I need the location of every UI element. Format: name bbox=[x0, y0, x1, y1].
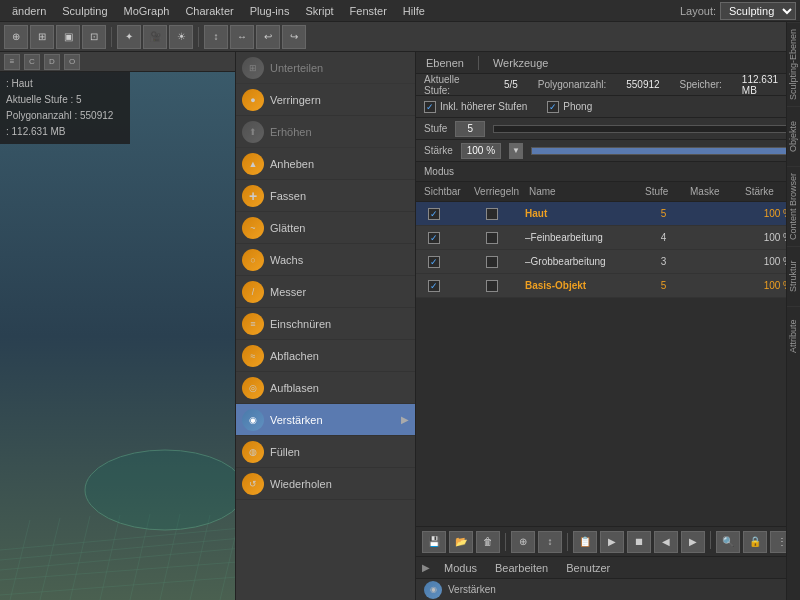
menu-plugins[interactable]: Plug-ins bbox=[242, 3, 298, 19]
info-stufe: Aktuelle Stufe : 5 bbox=[6, 92, 124, 108]
layer-lock-haut[interactable] bbox=[486, 208, 498, 220]
viewport: ≡ C D O bbox=[0, 52, 236, 600]
bt-add[interactable]: ⊕ bbox=[511, 531, 535, 553]
cb-inkl-higher[interactable]: ✓ bbox=[424, 101, 436, 113]
tool-erhoehen[interactable]: ⬆ Erhöhen bbox=[236, 116, 415, 148]
layer-name-fein: –Feinbearbeitung bbox=[525, 232, 641, 243]
toolbar-btn-2[interactable]: ⊞ bbox=[30, 25, 54, 49]
tab-modus[interactable]: Modus bbox=[440, 560, 481, 576]
tool-unterteilen[interactable]: ⊞ Unterteilen bbox=[236, 52, 415, 84]
toolbar-btn-5[interactable]: ✦ bbox=[117, 25, 141, 49]
toolbar-btn-3[interactable]: ▣ bbox=[56, 25, 80, 49]
layer-stufe-fein: 4 bbox=[641, 232, 686, 243]
layer-lock-basis[interactable] bbox=[486, 280, 498, 292]
tab-ebenen[interactable]: Ebenen bbox=[422, 55, 468, 71]
vp-btn-opt[interactable]: O bbox=[64, 54, 80, 70]
tool-verringern[interactable]: ● Verringern bbox=[236, 84, 415, 116]
bt-play[interactable]: ▶ bbox=[600, 531, 624, 553]
stufe-bar[interactable] bbox=[493, 125, 792, 133]
vp-btn-disp[interactable]: D bbox=[44, 54, 60, 70]
staerke-value[interactable]: 100 % bbox=[461, 143, 501, 159]
layer-lock-grob[interactable] bbox=[486, 256, 498, 268]
bottom-tabs: ▶ Modus Bearbeiten Benutzer bbox=[416, 556, 800, 578]
tool-fassen[interactable]: + Fassen bbox=[236, 180, 415, 212]
bt-move[interactable]: ↕ bbox=[538, 531, 562, 553]
staerke-label: Stärke bbox=[424, 145, 453, 156]
tool-label-aufblasen: Aufblasen bbox=[270, 382, 319, 394]
tab-werkzeuge[interactable]: Werkzeuge bbox=[489, 55, 552, 71]
toolbar-btn-rotate[interactable]: ↔ bbox=[230, 25, 254, 49]
toolbar-btn-1[interactable]: ⊕ bbox=[4, 25, 28, 49]
toolbar: ⊕ ⊞ ▣ ⊡ ✦ 🎥 ☀ ↕ ↔ ↩ ↪ bbox=[0, 22, 800, 52]
tool-wachs[interactable]: ○ Wachs bbox=[236, 244, 415, 276]
layer-row-feinbearbeitung[interactable]: ✓ –Feinbearbeitung 4 100 % bbox=[416, 226, 800, 250]
bt-stop[interactable]: ⏹ bbox=[627, 531, 651, 553]
tool-fuellen[interactable]: ◍ Füllen bbox=[236, 436, 415, 468]
cb-phong[interactable]: ✓ bbox=[547, 101, 559, 113]
layer-stufe-haut: 5 bbox=[641, 208, 686, 219]
layer-row-grobbearbeitung[interactable]: ✓ –Grobbearbeitung 3 100 % bbox=[416, 250, 800, 274]
tool-glaetten[interactable]: ~ Glätten bbox=[236, 212, 415, 244]
tool-einschnueren[interactable]: ≡ Einschnüren bbox=[236, 308, 415, 340]
menu-sculpting[interactable]: Sculpting bbox=[54, 3, 115, 19]
bt-search[interactable]: 🔍 bbox=[716, 531, 740, 553]
bt-lock[interactable]: 🔒 bbox=[743, 531, 767, 553]
vtab-struktur[interactable]: Struktur bbox=[787, 246, 800, 306]
tool-verstaerken[interactable]: ◉ Verstärken ▶ bbox=[236, 404, 415, 436]
bt-delete[interactable]: 🗑 bbox=[476, 531, 500, 553]
unterteilen-icon: ⊞ bbox=[242, 57, 264, 79]
menu-skript[interactable]: Skript bbox=[297, 3, 341, 19]
tool-label-abflachen: Abflachen bbox=[270, 350, 319, 362]
bt-copy[interactable]: 📋 bbox=[573, 531, 597, 553]
layer-vis-fein[interactable]: ✓ bbox=[428, 232, 440, 244]
layer-vis-haut[interactable]: ✓ bbox=[428, 208, 440, 220]
menu-fenster[interactable]: Fenster bbox=[342, 3, 395, 19]
staerke-dropdown[interactable]: ▼ bbox=[509, 143, 523, 159]
cursor-indicator: ▶ bbox=[401, 414, 409, 425]
menu-mograph[interactable]: MoGraph bbox=[116, 3, 178, 19]
vp-btn-cam[interactable]: C bbox=[24, 54, 40, 70]
tab-benutzer[interactable]: Benutzer bbox=[562, 560, 614, 576]
bt-save[interactable]: 💾 bbox=[422, 531, 446, 553]
menu-hilfe[interactable]: Hilfe bbox=[395, 3, 433, 19]
wiederholen-icon: ↺ bbox=[242, 473, 264, 495]
toolbar-btn-7[interactable]: ☀ bbox=[169, 25, 193, 49]
vp-btn-menu[interactable]: ≡ bbox=[4, 54, 20, 70]
layer-vis-basis[interactable]: ✓ bbox=[428, 280, 440, 292]
vtab-content-browser[interactable]: Content Browser bbox=[787, 166, 800, 246]
staerke-bar[interactable] bbox=[531, 147, 792, 155]
tool-anheben[interactable]: ▲ Anheben bbox=[236, 148, 415, 180]
layer-row-haut[interactable]: ✓ Haut 5 100 % bbox=[416, 202, 800, 226]
tool-wiederholen[interactable]: ↺ Wiederholen bbox=[236, 468, 415, 500]
option-phong[interactable]: ✓ Phong bbox=[547, 101, 592, 113]
menu-charakter[interactable]: Charakter bbox=[177, 3, 241, 19]
toolbar-btn-4[interactable]: ⊡ bbox=[82, 25, 106, 49]
layer-vis-grob[interactable]: ✓ bbox=[428, 256, 440, 268]
layer-lock-fein[interactable] bbox=[486, 232, 498, 244]
tab-bearbeiten[interactable]: Bearbeiten bbox=[491, 560, 552, 576]
tool-label-glaetten: Glätten bbox=[270, 222, 305, 234]
bt-sep-3 bbox=[710, 531, 711, 549]
vtab-attribute[interactable]: Attribute bbox=[787, 306, 800, 366]
stufe-input[interactable] bbox=[455, 121, 485, 137]
staerke-bar-fill bbox=[532, 148, 791, 154]
bt-load[interactable]: 📂 bbox=[449, 531, 473, 553]
option-inkl-higher[interactable]: ✓ Inkl. höherer Stufen bbox=[424, 101, 527, 113]
toolbar-btn-redo[interactable]: ↪ bbox=[282, 25, 306, 49]
label-phong: Phong bbox=[563, 101, 592, 112]
layer-row-basis[interactable]: ✓ Basis-Objekt 5 100 % bbox=[416, 274, 800, 298]
toolbar-btn-move[interactable]: ↕ bbox=[204, 25, 228, 49]
col-header-stufe: Stufe bbox=[641, 186, 686, 197]
vtab-objekte[interactable]: Objekte bbox=[787, 106, 800, 166]
toolbar-btn-undo[interactable]: ↩ bbox=[256, 25, 280, 49]
svg-line-7 bbox=[70, 516, 90, 600]
layout-select[interactable]: Sculpting bbox=[720, 2, 796, 20]
tool-abflachen[interactable]: ≈ Abflachen bbox=[236, 340, 415, 372]
tool-messer[interactable]: / Messer bbox=[236, 276, 415, 308]
menu-aendern[interactable]: ändern bbox=[4, 3, 54, 19]
bt-nav-left[interactable]: ◀ bbox=[654, 531, 678, 553]
bt-nav-right[interactable]: ▶ bbox=[681, 531, 705, 553]
tool-aufblasen[interactable]: ◎ Aufblasen bbox=[236, 372, 415, 404]
toolbar-btn-6[interactable]: 🎥 bbox=[143, 25, 167, 49]
vtab-sculpting-ebenen[interactable]: Sculpting-Ebenen bbox=[787, 22, 800, 106]
